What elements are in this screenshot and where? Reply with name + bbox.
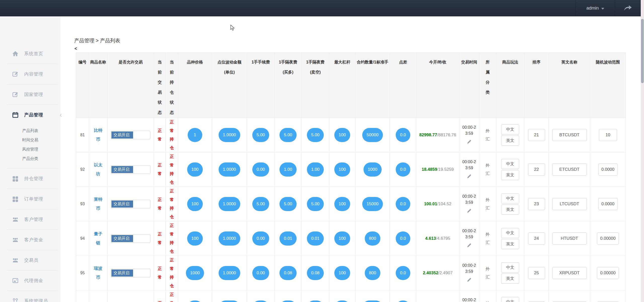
contract-pill[interactable]: 800 bbox=[365, 231, 380, 246]
point-amount-pill[interactable]: 1.0000 bbox=[219, 231, 240, 246]
overnight-buy-pill[interactable]: 5.00 bbox=[279, 128, 296, 142]
sidebar-item-home[interactable]: 系统首页 bbox=[0, 44, 60, 64]
price-pill[interactable]: 1000 bbox=[186, 266, 204, 280]
english-name-input[interactable]: HTUSDT bbox=[552, 232, 587, 245]
fee-pill[interactable]: 0.00 bbox=[252, 162, 269, 177]
product-name-link[interactable]: 瑞波币 bbox=[93, 264, 103, 282]
sort-input[interactable]: 25 bbox=[528, 267, 545, 279]
spread-pill[interactable]: 0.0 bbox=[396, 231, 410, 246]
play-zh-button[interactable]: 中文 bbox=[501, 124, 519, 135]
leverage-pill[interactable]: 100 bbox=[334, 128, 350, 142]
overnight-sell-pill[interactable]: 5.00 bbox=[307, 128, 324, 142]
play-zh-button[interactable]: 中文 bbox=[501, 159, 519, 169]
trade-toggle-select[interactable]: 交易开启 bbox=[111, 165, 150, 174]
spread-pill[interactable]: 0.0 bbox=[396, 197, 410, 211]
back-collapse-symbol[interactable]: < bbox=[74, 46, 77, 51]
contract-pill[interactable]: 50000 bbox=[362, 128, 383, 142]
leverage-pill[interactable]: 100 bbox=[334, 300, 350, 302]
spread-pill[interactable]: 0.0 bbox=[396, 266, 410, 280]
logout-button[interactable] bbox=[615, 0, 641, 16]
edit-time-icon[interactable] bbox=[459, 277, 479, 284]
sidebar-item-country[interactable]: 国家管理 bbox=[0, 84, 60, 105]
edit-time-icon[interactable] bbox=[459, 174, 479, 180]
random-range-input[interactable]: 10 bbox=[599, 129, 617, 141]
overnight-buy-pill[interactable]: 0.08 bbox=[279, 266, 296, 280]
english-name-input[interactable]: ETCUSDT bbox=[552, 163, 587, 176]
sidebar-item-customer-funds[interactable]: 客户资金 bbox=[0, 230, 60, 250]
spread-pill[interactable]: 0.0 bbox=[396, 300, 410, 302]
leverage-pill[interactable]: 100 bbox=[334, 197, 350, 211]
scrollbar-thumb[interactable] bbox=[641, 19, 644, 83]
edit-time-icon[interactable] bbox=[459, 243, 479, 249]
play-en-button[interactable]: 英文 bbox=[501, 205, 519, 215]
leverage-pill[interactable]: 100 bbox=[334, 162, 350, 177]
trade-toggle-select[interactable]: 交易开启 bbox=[111, 269, 150, 277]
leverage-pill[interactable]: 100 bbox=[334, 266, 350, 280]
random-range-input[interactable]: 0.0000 bbox=[598, 198, 618, 210]
sidebar-subitem-risk-control[interactable]: 风控管理 bbox=[0, 145, 60, 154]
edit-time-icon[interactable] bbox=[459, 208, 479, 215]
overnight-buy-pill[interactable]: 1.00 bbox=[279, 162, 296, 177]
play-en-button[interactable]: 英文 bbox=[501, 136, 519, 146]
english-name-input[interactable]: XRPUSDT bbox=[552, 267, 587, 279]
point-amount-pill[interactable]: 1.0000 bbox=[219, 128, 240, 142]
sidebar-item-positions[interactable]: 持仓管理 bbox=[0, 169, 60, 189]
overnight-sell-pill[interactable]: 0.01 bbox=[307, 231, 324, 246]
sort-input[interactable]: 22 bbox=[528, 163, 545, 176]
overnight-sell-pill[interactable]: 5.00 bbox=[307, 197, 324, 211]
sort-input[interactable]: 23 bbox=[528, 198, 545, 210]
overnight-sell-pill[interactable]: 1.00 bbox=[307, 162, 324, 177]
random-range-input[interactable]: 0.00000 bbox=[597, 232, 619, 245]
edit-time-icon[interactable] bbox=[459, 139, 479, 146]
play-zh-button[interactable]: 中文 bbox=[501, 262, 519, 273]
trade-toggle-select[interactable]: 交易开启 bbox=[111, 200, 150, 208]
sidebar-item-traders[interactable]: 交易员 bbox=[0, 250, 60, 270]
vertical-scrollbar[interactable] bbox=[641, 0, 644, 302]
sidebar-subitem-time-trade[interactable]: 时间交易 bbox=[0, 135, 60, 145]
overnight-sell-pill[interactable]: 0.08 bbox=[307, 266, 324, 280]
sidebar-item-content[interactable]: 内容管理 bbox=[0, 64, 60, 84]
sort-input[interactable]: 24 bbox=[528, 232, 545, 245]
play-en-button[interactable]: 英文 bbox=[501, 170, 519, 180]
price-pill[interactable]: 100 bbox=[187, 300, 203, 302]
admin-user-menu[interactable]: admin bbox=[576, 0, 615, 16]
overnight-buy-pill[interactable]: 5.00 bbox=[279, 300, 296, 302]
point-amount-pill[interactable]: 1.0000 bbox=[219, 197, 240, 211]
product-name-link[interactable]: 以太坊 bbox=[93, 160, 103, 179]
fee-pill[interactable]: 5.00 bbox=[252, 197, 269, 211]
sort-input[interactable]: 21 bbox=[528, 129, 545, 141]
price-pill[interactable]: 100 bbox=[187, 231, 203, 246]
contract-pill[interactable]: 1000 bbox=[364, 162, 382, 177]
sidebar-item-system-admin[interactable]: 系统管理员 bbox=[0, 291, 60, 302]
price-pill[interactable]: 100 bbox=[187, 197, 203, 211]
play-en-button[interactable]: 英文 bbox=[501, 274, 519, 284]
fee-pill[interactable]: 0.00 bbox=[252, 231, 269, 246]
english-name-input[interactable]: LTCUSDT bbox=[552, 198, 587, 210]
sidebar-subitem-product-list[interactable]: 产品列表 bbox=[0, 126, 60, 135]
trade-toggle-select[interactable]: 交易开启 bbox=[111, 131, 150, 139]
product-name-link[interactable]: 莱特币 bbox=[93, 195, 103, 213]
product-name-link[interactable]: 量子链 bbox=[93, 229, 103, 248]
sidebar-subitem-product-category[interactable]: 产品分类 bbox=[0, 154, 60, 163]
trade-toggle-select[interactable]: 交易开启 bbox=[111, 234, 150, 243]
fee-pill[interactable]: 0.00 bbox=[252, 266, 269, 280]
point-amount-pill[interactable]: 1.0000 bbox=[219, 300, 240, 302]
contract-pill[interactable]: 15000 bbox=[362, 197, 383, 211]
sidebar-item-agent-commission[interactable]: 代理佣金 bbox=[0, 271, 60, 291]
sidebar-item-customers[interactable]: 客户管理 bbox=[0, 209, 60, 229]
play-zh-button[interactable]: 中文 bbox=[501, 193, 519, 204]
price-pill[interactable]: 1 bbox=[188, 128, 202, 142]
fee-pill[interactable]: 5.00 bbox=[252, 128, 269, 142]
price-pill[interactable]: 100 bbox=[187, 162, 203, 177]
sidebar-item-products[interactable]: 产品管理 bbox=[0, 105, 60, 125]
overnight-sell-pill[interactable]: 5.00 bbox=[307, 300, 324, 302]
point-amount-pill[interactable]: 1.0000 bbox=[219, 266, 240, 280]
play-zh-button[interactable]: 中文 bbox=[501, 297, 519, 302]
point-amount-pill[interactable]: 1.0000 bbox=[219, 162, 240, 177]
sidebar-collapse-icon[interactable]: ‹ bbox=[60, 111, 62, 119]
overnight-buy-pill[interactable]: 5.00 bbox=[279, 197, 296, 211]
sidebar-item-orders[interactable]: 订单管理 bbox=[0, 189, 60, 209]
play-en-button[interactable]: 英文 bbox=[501, 239, 519, 249]
product-name-link[interactable]: 比特币 bbox=[93, 126, 103, 144]
play-zh-button[interactable]: 中文 bbox=[501, 228, 519, 238]
